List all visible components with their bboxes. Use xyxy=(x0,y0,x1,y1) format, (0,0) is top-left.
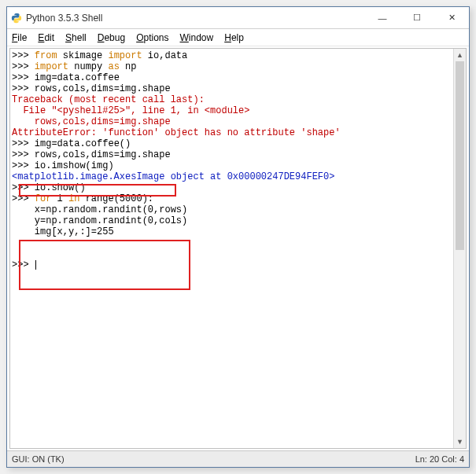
app-window: Python 3.5.3 Shell — ☐ ✕ File Edit Shell… xyxy=(6,6,470,468)
menu-options[interactable]: Options xyxy=(136,32,168,43)
title-bar[interactable]: Python 3.5.3 Shell — ☐ ✕ xyxy=(7,7,469,29)
status-left: GUI: ON (TK) xyxy=(12,454,415,464)
menu-bar: File Edit Shell Debug Options Window Hel… xyxy=(7,29,469,46)
scroll-thumb[interactable] xyxy=(456,61,464,250)
menu-shell[interactable]: Shell xyxy=(65,32,87,43)
console-area[interactable]: >>> from skimage import io,data >>> impo… xyxy=(9,48,467,449)
close-button[interactable]: ✕ xyxy=(434,7,469,29)
status-bar: GUI: ON (TK) Ln: 20 Col: 4 xyxy=(7,450,469,467)
scroll-down-icon[interactable]: ▼ xyxy=(454,435,466,448)
menu-debug[interactable]: Debug xyxy=(98,32,125,43)
console-text[interactable]: >>> from skimage import io,data >>> impo… xyxy=(10,49,453,448)
scroll-up-icon[interactable]: ▲ xyxy=(454,49,466,61)
minimize-button[interactable]: — xyxy=(365,7,400,29)
window-controls: — ☐ ✕ xyxy=(365,7,469,29)
menu-window[interactable]: Window xyxy=(180,32,214,43)
python-icon xyxy=(7,13,26,24)
maximize-button[interactable]: ☐ xyxy=(400,7,434,29)
vertical-scrollbar[interactable]: ▲ ▼ xyxy=(453,49,466,448)
window-title: Python 3.5.3 Shell xyxy=(26,13,365,24)
menu-edit[interactable]: Edit xyxy=(38,32,54,43)
text-caret xyxy=(35,260,36,270)
status-right: Ln: 20 Col: 4 xyxy=(415,454,464,464)
menu-help[interactable]: Help xyxy=(224,32,244,43)
menu-file[interactable]: File xyxy=(12,32,27,43)
